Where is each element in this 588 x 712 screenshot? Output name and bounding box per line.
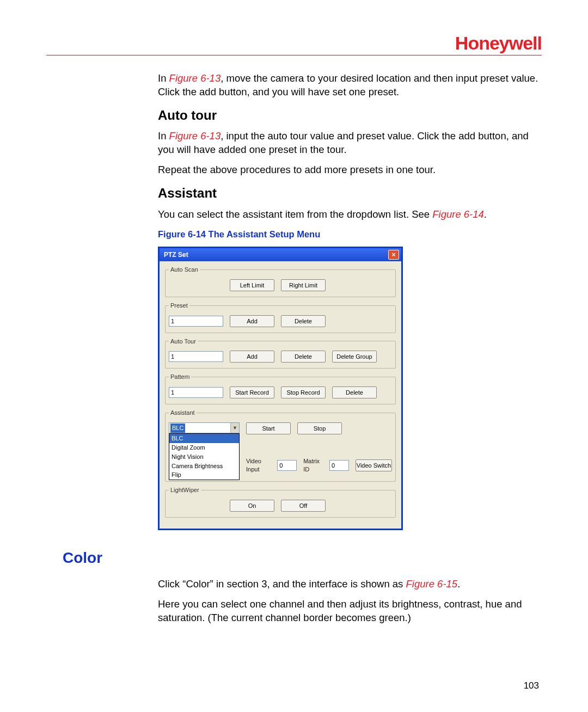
video-input-field[interactable] [277,460,297,471]
ptz-set-dialog: PTZ Set × Auto Scan Left Limit Right Lim… [158,247,403,530]
group-auto-tour: Auto Tour Add Delete Delete Group [165,337,396,369]
preset-add-button[interactable]: Add [230,315,274,327]
autotour-input[interactable] [169,351,223,362]
legend-auto-tour: Auto Tour [169,337,198,346]
group-pattern: Pattern Start Record Stop Record Delete [165,373,396,404]
lightwiper-on-button[interactable]: On [230,500,274,512]
page-number: 103 [524,680,539,691]
text: . [457,578,460,590]
page-header: Honeywell [46,33,542,56]
group-assistant: Assistant BLC ▼ BLC Digital Zoom Night V… [165,409,396,482]
matrix-id-field[interactable] [329,460,349,471]
autotour-delete-button[interactable]: Delete [281,351,326,363]
text: . [484,208,487,220]
legend-preset: Preset [169,302,189,310]
intro-para: In Figure 6-13, move the camera to your … [158,72,542,99]
legend-pattern: Pattern [169,373,191,381]
body-content: In Figure 6-13, move the camera to your … [46,72,542,625]
close-icon: × [391,250,395,259]
group-preset: Preset Add Delete [165,302,396,333]
figure-ref: Figure 6-13 [169,130,221,142]
assistant-option-night-vision[interactable]: Night Vision [169,452,239,462]
text: In [158,130,169,142]
left-limit-button[interactable]: Left Limit [230,279,274,291]
text: You can select the assistant item from t… [158,208,432,220]
assistant-option-camera-brightness[interactable]: Camera Brightness [169,462,239,471]
pattern-delete-button[interactable]: Delete [332,386,377,398]
text: Click “Color” in section 3, and the inte… [158,578,406,590]
right-limit-button[interactable]: Right Limit [281,279,326,291]
video-input-label: Video Input [246,457,271,474]
legend-assistant: Assistant [169,409,197,417]
video-switch-button[interactable]: Video Switch [356,459,392,471]
group-auto-scan: Auto Scan Left Limit Right Limit [165,266,396,297]
autotour-p1: In Figure 6-13, input the auto tour valu… [158,130,542,157]
figure-ref: Figure 6-15 [406,578,458,590]
assistant-option-blc[interactable]: BLC [169,434,239,443]
assistant-selected: BLC [170,423,185,433]
group-lightwiper: LightWiper On Off [165,486,396,518]
figure-caption: Figure 6-14 The Assistant Setup Menu [158,228,542,240]
heading-assistant: Assistant [158,185,542,202]
dialog-body: Auto Scan Left Limit Right Limit Preset … [160,261,401,529]
figure-ref: Figure 6-13 [169,72,221,84]
pattern-input[interactable] [169,387,223,398]
color-p1: Click “Color” in section 3, and the inte… [158,578,542,591]
assistant-p1: You can select the assistant item from t… [158,208,542,222]
lightwiper-off-button[interactable]: Off [281,500,326,512]
preset-delete-button[interactable]: Delete [281,315,326,327]
preset-input[interactable] [169,316,223,327]
assistant-option-flip[interactable]: Flip [169,470,239,480]
assistant-option-digital-zoom[interactable]: Digital Zoom [169,443,239,452]
autotour-delete-group-button[interactable]: Delete Group [332,351,377,363]
legend-auto-scan: Auto Scan [169,266,200,274]
start-record-button[interactable]: Start Record [230,386,274,398]
legend-lightwiper: LightWiper [169,486,201,494]
heading-color: Color [46,548,542,568]
color-p2: Here you can select one channel and then… [158,598,542,625]
matrix-id-label: Matrix ID [303,457,323,474]
chevron-down-icon: ▼ [230,423,239,433]
dialog-title: PTZ Set [164,250,188,259]
text: In [158,72,169,84]
assistant-start-button[interactable]: Start [246,422,291,434]
autotour-add-button[interactable]: Add [230,351,274,363]
heading-auto-tour: Auto tour [158,107,542,124]
stop-record-button[interactable]: Stop Record [281,386,326,398]
figure-ref: Figure 6-14 [432,208,484,220]
assistant-dropdown[interactable]: BLC ▼ [169,422,240,433]
assistant-stop-button[interactable]: Stop [297,422,342,434]
autotour-p2: Repeat the above procedures to add more … [158,163,542,177]
close-button[interactable]: × [388,250,399,260]
brand-logo: Honeywell [455,33,542,54]
assistant-dropdown-list[interactable]: BLC Digital Zoom Night Vision Camera Bri… [169,433,240,480]
dialog-titlebar[interactable]: PTZ Set × [160,248,401,261]
